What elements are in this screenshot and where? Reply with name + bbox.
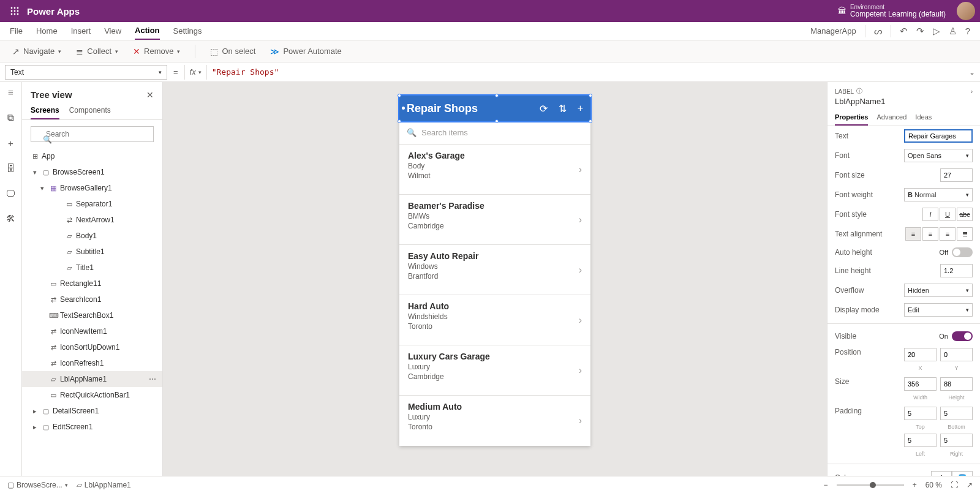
- fontweight-select[interactable]: B Normal▾: [904, 188, 973, 201]
- tools-icon[interactable]: 🛠: [6, 213, 15, 224]
- insert-icon[interactable]: +: [8, 138, 13, 148]
- tree-node-separator[interactable]: ▭Separator1: [22, 196, 162, 212]
- chevron-right-icon[interactable]: ›: [971, 88, 973, 95]
- data-icon[interactable]: 🗄: [6, 163, 15, 173]
- tab-advanced[interactable]: Advanced: [876, 110, 907, 126]
- canvas-header-bar[interactable]: Repair Shops ⟳ ⇅ +: [399, 96, 590, 121]
- tree-node-lblappname[interactable]: ▱LblAppName1⋯: [22, 371, 162, 387]
- fontsize-input[interactable]: [940, 168, 973, 182]
- font-color-button[interactable]: A: [931, 471, 952, 476]
- formula-input[interactable]: [212, 67, 969, 77]
- fx-chevron-icon[interactable]: ▾: [198, 69, 202, 75]
- fit-icon[interactable]: ⛶: [951, 481, 958, 489]
- popout-icon[interactable]: ↗: [967, 481, 973, 489]
- tree-node-title[interactable]: ▱Title1: [22, 260, 162, 276]
- tree-node-searchicon[interactable]: ⇄SearchIcon1: [22, 292, 162, 307]
- font-select[interactable]: Open Sans▾: [904, 149, 973, 162]
- canvas-search-bar[interactable]: 🔍 Search items: [399, 121, 590, 145]
- undo-icon[interactable]: ↶: [900, 26, 908, 37]
- fill-color-button[interactable]: 🪣: [952, 471, 973, 476]
- app-canvas[interactable]: Repair Shops ⟳ ⇅ + 🔍 Search items Alex's…: [399, 96, 590, 446]
- pos-x-input[interactable]: [904, 348, 937, 361]
- info-icon[interactable]: ⓘ: [856, 87, 862, 96]
- zoom-in-icon[interactable]: +: [913, 481, 917, 489]
- zoom-slider[interactable]: [837, 484, 904, 486]
- tree-node-iconrefresh[interactable]: ⇄IconRefresh1: [22, 355, 162, 371]
- tree-node-iconsortupdown[interactable]: ⇄IconSortUpDown1: [22, 339, 162, 355]
- align-right-button[interactable]: ≡: [940, 227, 956, 241]
- tree-node-body[interactable]: ▱Body1: [22, 228, 162, 244]
- list-item[interactable]: Luxury Cars GarageLuxuryCambridge›: [399, 345, 590, 396]
- list-item[interactable]: Beamer's ParadiseBMWsCambridge›: [399, 195, 590, 245]
- list-item[interactable]: Medium AutoLuxuryToronto›: [399, 396, 590, 446]
- app-checker-icon[interactable]: ᔕ: [874, 26, 882, 37]
- pad-bottom-input[interactable]: [940, 407, 973, 420]
- strike-button[interactable]: abc: [957, 208, 973, 221]
- chevron-right-icon[interactable]: ›: [579, 265, 582, 276]
- share-icon[interactable]: ♙: [949, 26, 957, 37]
- menu-file[interactable]: File: [10, 23, 23, 39]
- chevron-right-icon[interactable]: ›: [579, 164, 582, 175]
- tree-node-browsescreen[interactable]: ▾▢BrowseScreen1: [22, 164, 162, 180]
- media-icon[interactable]: 🖵: [6, 188, 15, 198]
- close-icon[interactable]: ✕: [146, 90, 154, 100]
- play-icon[interactable]: ▷: [933, 26, 940, 37]
- remove-button[interactable]: ✕Remove▾: [133, 47, 180, 56]
- list-item[interactable]: Alex's GarageBodyWilmot›: [399, 145, 590, 195]
- pad-left-input[interactable]: [904, 434, 937, 447]
- collect-button[interactable]: ≣Collect▾: [76, 47, 118, 56]
- align-left-button[interactable]: ≡: [905, 227, 921, 241]
- tab-components[interactable]: Components: [69, 102, 111, 119]
- more-icon[interactable]: ⋯: [149, 375, 156, 383]
- list-item[interactable]: Hard AutoWindshieldsToronto›: [399, 295, 590, 345]
- menu-view[interactable]: View: [104, 23, 121, 39]
- breadcrumb-screen[interactable]: ▢BrowseScre...▾: [7, 481, 68, 489]
- menu-settings[interactable]: Settings: [173, 23, 202, 39]
- add-icon[interactable]: +: [578, 103, 583, 115]
- displaymode-select[interactable]: Edit▾: [904, 303, 973, 317]
- chevron-right-icon[interactable]: ›: [579, 214, 582, 225]
- sort-icon[interactable]: ⇅: [559, 103, 567, 115]
- menu-home[interactable]: Home: [36, 23, 58, 39]
- hamburger-icon[interactable]: ≡: [8, 87, 13, 97]
- overflow-select[interactable]: Hidden▾: [904, 284, 973, 297]
- underline-button[interactable]: U: [940, 208, 956, 221]
- tree-view-icon[interactable]: ⧉: [7, 112, 14, 123]
- menu-action[interactable]: Action: [135, 22, 159, 40]
- tab-properties[interactable]: Properties: [835, 110, 868, 126]
- onselect-button[interactable]: ⬚On select: [210, 47, 255, 56]
- menu-insert[interactable]: Insert: [71, 23, 91, 39]
- tree-node-rectangle[interactable]: ▭Rectangle11: [22, 276, 162, 292]
- canvas-area[interactable]: Repair Shops ⟳ ⇅ + 🔍 Search items Alex's…: [163, 82, 827, 476]
- tree-node-rectquick[interactable]: ▭RectQuickActionBar1: [22, 387, 162, 403]
- power-automate-button[interactable]: ≫Power Automate: [270, 47, 341, 56]
- height-input[interactable]: [940, 377, 973, 391]
- visible-toggle[interactable]: [952, 331, 973, 341]
- tab-ideas[interactable]: Ideas: [915, 110, 932, 126]
- width-input[interactable]: [904, 377, 937, 391]
- tree-node-detailscreen[interactable]: ▸▢DetailScreen1: [22, 403, 162, 419]
- lineheight-input[interactable]: [940, 264, 973, 277]
- italic-button[interactable]: I: [922, 208, 938, 221]
- navigate-button[interactable]: ↗Navigate▾: [12, 47, 61, 56]
- canvas-title-label[interactable]: Repair Shops: [407, 102, 478, 115]
- pos-y-input[interactable]: [940, 348, 973, 361]
- tree-node-app[interactable]: ⊞App: [22, 148, 162, 164]
- tree-node-nextarrow[interactable]: ⇄NextArrow1: [22, 212, 162, 228]
- tree-node-iconnewitem[interactable]: ⇄IconNewItem1: [22, 323, 162, 339]
- align-justify-button[interactable]: ≣: [957, 227, 973, 241]
- pad-top-input[interactable]: [904, 407, 937, 420]
- chevron-right-icon[interactable]: ›: [579, 365, 582, 376]
- environment-selector[interactable]: Environment Competent Learning (default): [850, 4, 946, 18]
- zoom-out-icon[interactable]: −: [824, 481, 828, 489]
- text-input[interactable]: [904, 129, 973, 143]
- pad-right-input[interactable]: [940, 434, 973, 447]
- tree-node-textsearchbox[interactable]: ⌨TextSearchBox1: [22, 307, 162, 323]
- align-center-button[interactable]: ≡: [922, 227, 938, 241]
- help-icon[interactable]: ?: [965, 26, 970, 36]
- chevron-right-icon[interactable]: ›: [579, 415, 582, 426]
- breadcrumb-element[interactable]: ▱LblAppName1: [77, 481, 131, 489]
- property-selector[interactable]: Text ▾: [5, 65, 167, 80]
- autoheight-toggle[interactable]: [952, 247, 973, 257]
- tab-screens[interactable]: Screens: [31, 102, 59, 119]
